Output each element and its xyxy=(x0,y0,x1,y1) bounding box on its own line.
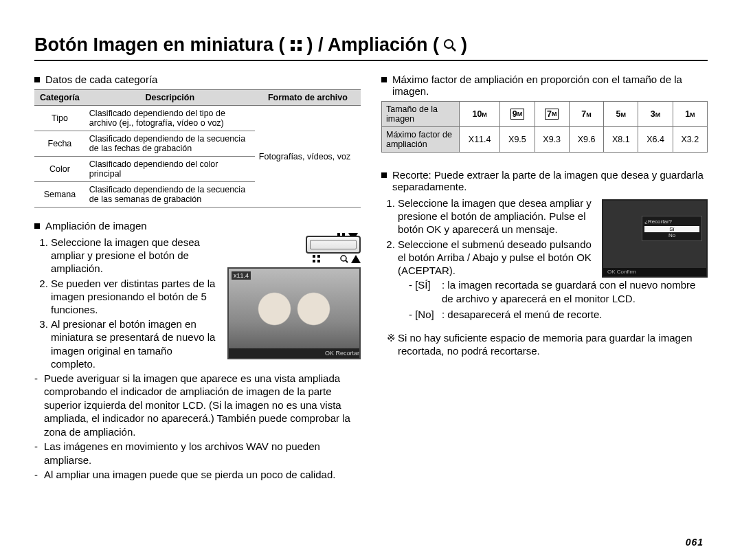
size-cell: 5M xyxy=(604,102,638,127)
svg-rect-0 xyxy=(291,40,295,44)
svg-rect-12 xyxy=(313,260,315,262)
trim-dlg-yes: Sí xyxy=(644,226,699,232)
svg-rect-2 xyxy=(291,47,295,51)
cell-cat: Fecha xyxy=(34,131,85,157)
svg-line-5 xyxy=(452,47,456,51)
thumbnail-icon xyxy=(289,38,303,52)
size-cell: 7M xyxy=(535,102,569,127)
page-number: 061 xyxy=(686,537,704,548)
svg-line-15 xyxy=(346,260,348,262)
page-title: Botón Imagen en miniatura ( ) / Ampliaci… xyxy=(34,34,708,61)
left-column: Datos de cada categoría Categoría Descri… xyxy=(34,69,361,483)
trim-screenshot: ¿Recortar? Sí No OK Confirm xyxy=(602,199,708,278)
size-cell: 3M xyxy=(638,102,673,127)
table-row: Tamaño de la imagen 10M 9M 7M 7M 5M 3M 1… xyxy=(382,102,708,127)
svg-rect-10 xyxy=(313,255,315,258)
photo-bottom-bar: OK Recortar xyxy=(229,348,359,358)
trim-bar: OK Confirm xyxy=(603,268,706,276)
trim-dlg-title: ¿Recortar? xyxy=(644,219,699,225)
factor-cell: X9.3 xyxy=(535,127,569,153)
table-row: Máximo factor de ampliación X11.4 X9.5 X… xyxy=(382,127,708,153)
title-part1: Botón Imagen en miniatura ( xyxy=(34,34,285,56)
si-text: : la imagen recortada se guardará con el… xyxy=(442,278,708,305)
note-mark: ※ xyxy=(387,331,398,358)
title-part3: ) xyxy=(461,34,467,56)
cell-desc: Clasificado dependiendo del tipo de arch… xyxy=(85,106,255,131)
factor-cell: X9.5 xyxy=(500,127,535,153)
trim-dlg-no: No xyxy=(644,232,699,238)
th-format: Formato de archivo xyxy=(255,90,361,106)
trim-section: ¿Recortar? Sí No OK Confirm Seleccione l… xyxy=(381,197,708,278)
si-label: - [SÍ] xyxy=(409,278,442,305)
cell-format: Fotografías, vídeos, voz xyxy=(255,106,361,208)
factor-cell: X11.4 xyxy=(460,127,500,153)
sub-item: Al ampliar una imagen puede que se pierd… xyxy=(34,468,361,482)
svg-point-14 xyxy=(341,256,346,261)
note-line: ※ Si no hay suficiente espacio de memori… xyxy=(381,331,708,358)
heading-maxzoom: Máximo factor de ampliación en proporció… xyxy=(381,74,708,97)
enlarge-section: x11.4 OK Recortar Seleccione la imagen q… xyxy=(34,236,361,483)
no-label: - [No] xyxy=(409,308,442,322)
cell-desc: Clasificado dependiendo de la secuencia … xyxy=(85,182,255,208)
size-cell: 1M xyxy=(673,102,707,127)
size-cell: 10M xyxy=(460,102,500,127)
th-description: Descripción xyxy=(85,90,255,106)
table-row: Tipo Clasificado dependiendo del tipo de… xyxy=(34,106,361,131)
cell-desc: Clasificado dependiendo de la secuencia … xyxy=(85,131,255,157)
factor-cell: X9.6 xyxy=(569,127,603,153)
svg-rect-11 xyxy=(317,255,320,258)
factor-cell: X8.1 xyxy=(604,127,638,153)
size-cell: 9M xyxy=(500,102,535,127)
zoom-lever-icon xyxy=(306,236,361,254)
cell-desc: Clasificado dependiendo del color princi… xyxy=(85,157,255,182)
heading-categories: Datos de cada categoría xyxy=(34,74,361,85)
title-part2: ) / Ampliación ( xyxy=(307,34,440,56)
factor-cell: X6.4 xyxy=(638,127,673,153)
no-text: : desaparecerá el menú de recorte. xyxy=(442,308,602,322)
th-category: Categoría xyxy=(34,90,85,106)
sub-item: Las imágenes en movimiento y los archivo… xyxy=(34,440,361,467)
trim-dialog: ¿Recortar? Sí No xyxy=(642,216,702,241)
zoom-level-label: x11.4 xyxy=(232,271,251,280)
cell-cat: Semana xyxy=(34,182,85,208)
note-text: Si no hay suficiente espacio de memoria … xyxy=(398,331,708,358)
category-table: Categoría Descripción Formato de archivo… xyxy=(34,89,361,208)
si-line: - [SÍ] : la imagen recortada se guardará… xyxy=(381,278,708,305)
zoom-rowh-size: Tamaño de la imagen xyxy=(382,102,460,127)
factor-cell: X3.2 xyxy=(673,127,707,153)
size-cell: 7M xyxy=(569,102,603,127)
svg-point-4 xyxy=(445,40,453,48)
zoom-rowh-factor: Máximo factor de ampliación xyxy=(382,127,460,153)
heading-enlarge: Ampliación de imagen xyxy=(34,220,361,232)
up-arrow-icon xyxy=(351,255,361,263)
enlarge-illustration: x11.4 OK Recortar xyxy=(223,236,361,359)
svg-rect-3 xyxy=(297,47,302,51)
magnify-icon xyxy=(443,38,457,52)
sub-item: Puede averiguar si la imagen que aparece… xyxy=(34,372,361,439)
cell-cat: Tipo xyxy=(34,106,85,131)
thumbnail-icon xyxy=(313,255,321,263)
svg-rect-13 xyxy=(317,260,320,262)
cell-cat: Color xyxy=(34,157,85,182)
no-line: - [No] : desaparecerá el menú de recorte… xyxy=(381,308,708,322)
magnify-icon xyxy=(340,255,348,263)
right-column: Máximo factor de ampliación en proporció… xyxy=(381,69,708,483)
sample-photo: x11.4 OK Recortar xyxy=(227,267,361,359)
heading-trim: Recorte: Puede extraer la parte de la im… xyxy=(381,169,708,192)
svg-rect-1 xyxy=(297,40,302,44)
zoom-table: Tamaño de la imagen 10M 9M 7M 7M 5M 3M 1… xyxy=(381,101,708,153)
